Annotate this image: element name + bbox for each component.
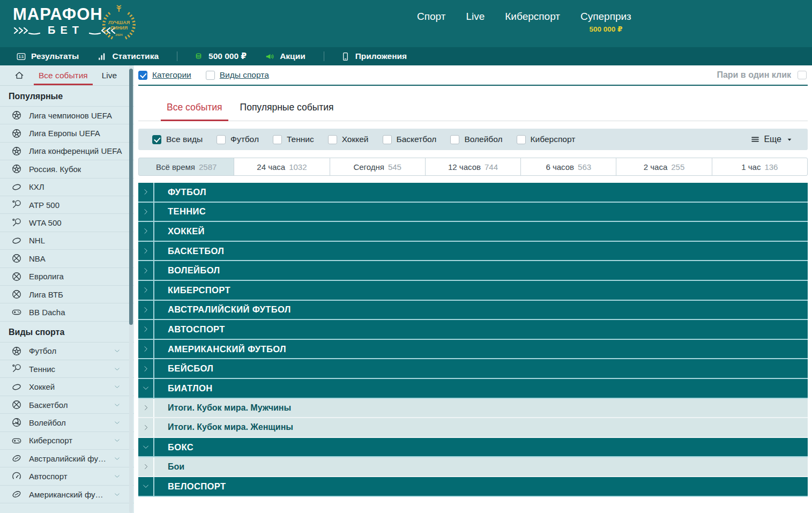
categories-toggle[interactable]: Категории (138, 70, 191, 80)
sidebar-item[interactable]: Футбол (0, 343, 134, 360)
sidebar-item[interactable]: WTA 500 (0, 214, 134, 232)
more-button[interactable]: Еще (750, 135, 794, 144)
chevron-right-cell[interactable] (138, 359, 154, 378)
sidebar-item[interactable]: ATP 500 (0, 196, 134, 214)
sidebar-item[interactable]: Евролига (0, 268, 134, 286)
chevron-down-icon[interactable] (113, 472, 121, 480)
subcategory-row[interactable]: Итоги. Кубок мира. Мужчины (138, 399, 808, 419)
category-row[interactable]: ФУТБОЛ (138, 183, 808, 203)
top-nav-item[interactable]: Live (466, 11, 485, 33)
chevron-down-icon[interactable] (113, 347, 121, 355)
chevron-down-icon[interactable] (113, 383, 121, 391)
secondary-nav-item[interactable]: Статистика (97, 51, 159, 62)
chevron-down-icon[interactable] (113, 365, 121, 373)
chevron-down-cell[interactable] (138, 379, 154, 398)
chevron-right-cell[interactable] (138, 399, 154, 418)
chevron-right-cell[interactable] (138, 261, 154, 280)
sidebar-item[interactable]: BB Dacha (0, 303, 134, 321)
sport-kinds-toggle[interactable]: Виды спорта (206, 70, 269, 80)
category-row[interactable]: БИАТЛОН (138, 379, 808, 399)
categories-label[interactable]: Категории (152, 70, 191, 80)
sidebar-item[interactable]: Австралийский фу… (0, 450, 134, 467)
sidebar-item[interactable]: Лига конференций UEFA (0, 143, 134, 160)
category-row[interactable]: АВТОСПОРТ (138, 320, 808, 340)
chevron-down-icon[interactable] (113, 419, 121, 427)
secondary-nav-item[interactable]: 1:1Результаты (16, 51, 79, 62)
category-row[interactable]: ХОККЕЙ (138, 222, 808, 242)
checkbox[interactable] (273, 135, 282, 144)
sidebar-item[interactable]: Хоккей (0, 378, 134, 396)
sidebar-item[interactable]: NHL (0, 232, 134, 250)
sport-filter-checkbox[interactable]: Киберспорт (517, 135, 576, 144)
time-filter[interactable]: 2 часа255 (616, 158, 712, 176)
category-row[interactable]: БОКС (138, 438, 808, 458)
one-click-bet-toggle[interactable]: Пари в один клик (717, 70, 807, 80)
chevron-down-cell[interactable] (138, 438, 154, 457)
sidebar-item[interactable]: Лига Европы UEFA (0, 124, 134, 142)
sport-filter-checkbox[interactable]: Хоккей (328, 135, 369, 144)
chevron-right-cell[interactable] (138, 340, 154, 359)
chevron-down-cell[interactable] (138, 477, 154, 496)
checkbox[interactable] (152, 135, 161, 144)
top-nav-item[interactable]: Спорт (417, 11, 445, 33)
category-row[interactable]: БЕЙСБОЛ (138, 359, 808, 379)
sidebar-item[interactable]: Лига чемпионов UEFA (0, 107, 134, 124)
category-row[interactable]: АМЕРИКАНСКИЙ ФУТБОЛ (138, 340, 808, 360)
category-row[interactable]: БАСКЕТБОЛ (138, 242, 808, 262)
chevron-down-icon[interactable] (113, 436, 121, 444)
sidebar-item[interactable]: NBA (0, 250, 134, 267)
category-row[interactable]: АВСТРАЛИЙСКИЙ ФУТБОЛ (138, 301, 808, 321)
checkbox[interactable] (328, 135, 337, 144)
chevron-right-cell[interactable] (138, 203, 154, 221)
top-nav-item[interactable]: Суперприз500 000 ₽ (580, 11, 631, 33)
sidebar-item[interactable]: Россия. Кубок (0, 160, 134, 178)
sidebar-item[interactable]: Автоспорт (0, 467, 134, 485)
time-filter[interactable]: 12 часов744 (425, 158, 521, 176)
chevron-right-cell[interactable] (138, 418, 154, 437)
sport-filter-checkbox[interactable]: Футбол (217, 135, 259, 144)
sidebar-item[interactable]: Американский фу… (0, 486, 134, 503)
sidebar-tab-live[interactable]: Live (102, 65, 117, 85)
sidebar-item[interactable]: Баскетбол (0, 396, 134, 414)
category-row[interactable]: ТЕННИС (138, 203, 808, 222)
checkbox[interactable] (217, 135, 226, 144)
chevron-right-cell[interactable] (138, 457, 154, 476)
chevron-right-cell[interactable] (138, 183, 154, 202)
sport-kinds-label[interactable]: Виды спорта (220, 70, 269, 80)
chevron-right-cell[interactable] (138, 320, 154, 339)
sidebar-item[interactable]: Волейбол (0, 414, 134, 432)
chevron-right-cell[interactable] (138, 281, 154, 300)
sidebar-item[interactable]: КХЛ (0, 179, 134, 196)
checkbox[interactable] (383, 135, 392, 144)
sport-filter-checkbox[interactable]: Теннис (273, 135, 314, 144)
checkbox[interactable] (517, 135, 526, 144)
sport-filter-checkbox[interactable]: Все виды (152, 135, 203, 144)
categories-checkbox[interactable] (138, 71, 147, 80)
category-row[interactable]: КИБЕРСПОРТ (138, 281, 808, 301)
chevron-down-icon[interactable] (113, 490, 121, 499)
time-filter[interactable]: Всё время2587 (138, 158, 234, 176)
category-row[interactable]: ВОЛЕЙБОЛ (138, 261, 808, 281)
sidebar-item[interactable]: Киберспорт (0, 432, 134, 450)
one-click-bet-checkbox[interactable] (798, 71, 807, 79)
time-filter[interactable]: 6 часов563 (520, 158, 616, 176)
top-nav-item[interactable]: Киберспорт (505, 11, 560, 33)
checkbox[interactable] (450, 135, 459, 144)
secondary-nav-item[interactable]: Приложения (340, 51, 407, 62)
brand-logo[interactable]: МАРАФОН БЕТ (13, 6, 116, 36)
sidebar-scrollbar-thumb[interactable] (129, 69, 133, 325)
time-filter[interactable]: 1 час136 (712, 158, 808, 176)
secondary-nav-item[interactable]: 500 000 ₽ (193, 51, 247, 62)
subcategory-row[interactable]: Бои (138, 457, 808, 477)
home-icon[interactable] (14, 70, 25, 81)
sidebar-item[interactable]: Теннис (0, 360, 134, 378)
chevron-right-cell[interactable] (138, 222, 154, 241)
category-row[interactable]: ВЕЛОСПОРТ (138, 477, 808, 497)
tab-all-events[interactable]: Все события (165, 102, 224, 121)
time-filter[interactable]: Сегодня545 (330, 158, 426, 176)
time-filter[interactable]: 24 часа1032 (234, 158, 330, 176)
sidebar-tab-all-events[interactable]: Все события (39, 65, 88, 85)
chevron-down-icon[interactable] (113, 401, 121, 409)
sport-filter-checkbox[interactable]: Волейбол (450, 135, 502, 144)
sport-filter-checkbox[interactable]: Баскетбол (383, 135, 437, 144)
